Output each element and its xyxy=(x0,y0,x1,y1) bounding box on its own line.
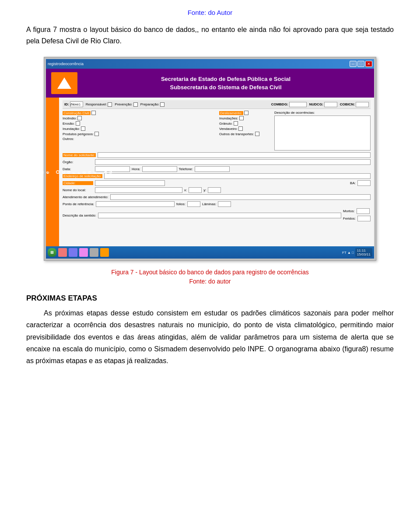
titlebar-text: registrodeocorrência xyxy=(48,62,84,66)
ponto-ref-input[interactable] xyxy=(96,201,175,207)
feridos-input[interactable] xyxy=(357,216,371,221)
sidebar-label: registro de Ocorrências xyxy=(0,170,113,174)
mortos-label: Mortos: xyxy=(343,209,355,213)
section-paragraph: As próximas etapas desse estudo consiste… xyxy=(26,307,394,367)
nome-label: Nome do solicitante: xyxy=(63,153,96,157)
descricao-input[interactable] xyxy=(98,213,341,218)
app-header: Secretaria de Estado de Defesa Pública e… xyxy=(46,69,374,98)
taskbar-icon-2[interactable] xyxy=(69,248,77,257)
section-heading: PRÓXIMAS ETAPAS xyxy=(26,294,394,303)
desc-label: Descrição de ocorrências: xyxy=(274,111,371,115)
endereco-label: Endereço de solicitação: xyxy=(63,174,102,178)
endereco-row: Endereço de solicitação: xyxy=(63,173,371,179)
close-button[interactable]: ✕ xyxy=(365,61,372,67)
x-input[interactable] xyxy=(189,187,202,193)
maximize-button[interactable]: □ xyxy=(357,61,364,67)
nudcg-field: NUDCG: xyxy=(309,102,337,107)
prev-field: Prevenção: xyxy=(115,102,137,107)
checkboxes-section: Construção Civil: Incêndio: Erosão: xyxy=(63,111,371,151)
deslizamento-checkbox[interactable] xyxy=(244,111,248,115)
hora-input[interactable] xyxy=(142,166,177,172)
titlebar-left: registrodeocorrência xyxy=(48,62,84,66)
combdg-input[interactable] xyxy=(289,102,307,107)
hora-label: Hora: xyxy=(132,167,140,171)
app-logo xyxy=(51,72,77,94)
cidade-label: Cidade: xyxy=(63,181,93,185)
nome-input[interactable] xyxy=(98,152,371,158)
folios-label: folios: xyxy=(176,202,186,206)
minimize-button[interactable]: ─ xyxy=(350,61,357,67)
combo-right: COMBDG: NUDCG: COBICN: xyxy=(271,102,369,107)
inundacoes-checkbox[interactable] xyxy=(239,116,244,120)
orgao-row: Órgão: xyxy=(63,159,371,165)
right-checkboxes: Deslizamento: Inundações: Grânulo: xyxy=(219,111,272,151)
orgao-label: Órgão: xyxy=(63,160,93,164)
start-button[interactable]: ⊞ xyxy=(48,248,56,257)
cobicn-field: COBICN: xyxy=(340,102,369,107)
telefone-input[interactable] xyxy=(195,166,230,172)
prev-checkbox[interactable] xyxy=(133,102,138,107)
prep-field: Preparação: xyxy=(140,102,165,107)
mortos-input[interactable] xyxy=(357,208,370,214)
desc-section: Descrição de ocorrências: xyxy=(274,111,371,151)
clock-text: FT ▲ □ xyxy=(342,251,354,255)
atendimento-input[interactable] xyxy=(110,194,371,200)
source-header: Fonte: do Autor xyxy=(26,9,394,16)
cobicn-input[interactable] xyxy=(356,102,369,107)
ba-input[interactable] xyxy=(357,180,371,186)
outros-row: Outros: xyxy=(63,137,217,141)
desc-textarea[interactable] xyxy=(274,116,371,150)
descricao-row: Descrição da sentido: Mortos: Feridos: xyxy=(63,208,371,223)
produtos-checkbox[interactable] xyxy=(94,132,99,136)
taskbar-icon-5[interactable] xyxy=(100,248,109,257)
erosao-checkbox[interactable] xyxy=(76,121,80,126)
ponto-ref-label: Ponto de referência: xyxy=(63,202,94,206)
construcao-checkbox[interactable] xyxy=(91,111,96,115)
mortos-row: Mortos: xyxy=(343,208,371,214)
laminas-input[interactable] xyxy=(218,201,231,207)
window-titlebar: registrodeocorrência ─ □ ✕ xyxy=(46,59,374,69)
construcao-row: Construção Civil: xyxy=(63,111,217,115)
resp-checkbox[interactable] xyxy=(108,102,112,107)
app-main: registro de Ocorrências ID: Responsável:… xyxy=(46,98,374,246)
y-label: y: xyxy=(203,188,206,192)
y-input[interactable] xyxy=(208,187,221,193)
mortos-feridos: Mortos: Feridos: xyxy=(343,208,371,223)
taskbar-icon-1[interactable] xyxy=(58,248,67,257)
inundacao-checkbox[interactable] xyxy=(81,126,85,131)
outros-transp-checkbox[interactable] xyxy=(255,132,259,136)
prep-checkbox[interactable] xyxy=(160,102,164,107)
combdg-field: COMBDG: xyxy=(271,102,307,107)
inundacoes-row: Inundações: xyxy=(219,116,272,120)
produtos-row: Produtos perigosos: xyxy=(63,132,217,136)
resp-field: Responsável: xyxy=(86,102,112,107)
intro-paragraph: A figura 7 mostra o layout básico do ban… xyxy=(26,24,394,46)
taskbar: ⊞ FT ▲ □ 11:11 15/03/11 xyxy=(46,246,374,259)
nome-local-row: Nome do local: x: y: xyxy=(63,187,371,193)
logo-icon xyxy=(57,77,71,89)
taskbar-icon-3[interactable] xyxy=(79,248,88,257)
app-title: Secretaria de Estado de Defesa Pública e… xyxy=(83,75,369,92)
window-body: Secretaria de Estado de Defesa Pública e… xyxy=(46,69,374,259)
id-input[interactable] xyxy=(70,102,83,107)
cidade-input[interactable] xyxy=(95,180,165,186)
nome-row: Nome do solicitante: xyxy=(63,152,371,158)
nome-local-input[interactable] xyxy=(95,187,182,193)
granizo-row: Grânulo: xyxy=(219,121,272,126)
inundacao-row: Inundação: xyxy=(63,126,217,131)
feridos-label: Feridos: xyxy=(343,217,356,220)
nudcg-input[interactable] xyxy=(324,102,337,107)
granizo-checkbox[interactable] xyxy=(234,121,238,126)
folios-input[interactable] xyxy=(187,201,200,207)
laminas-label: Lâminas: xyxy=(202,202,216,206)
vendaveiro-row: Vendaveiro: xyxy=(219,126,272,131)
ponto-ref-row: Ponto de referência: folios: Lâminas: xyxy=(63,201,371,207)
orgao-input[interactable] xyxy=(95,159,371,165)
endereco-input[interactable] xyxy=(104,173,371,179)
form-top-row: ID: Responsável: Prevenção: Preparação: xyxy=(63,100,371,109)
incendio-checkbox[interactable] xyxy=(77,116,82,120)
clock: 11:11 15/03/11 xyxy=(355,248,372,257)
taskbar-icon-4[interactable] xyxy=(90,248,98,257)
vendaveiro-checkbox[interactable] xyxy=(238,126,243,131)
app-sidebar: registro de Ocorrências xyxy=(46,98,59,246)
